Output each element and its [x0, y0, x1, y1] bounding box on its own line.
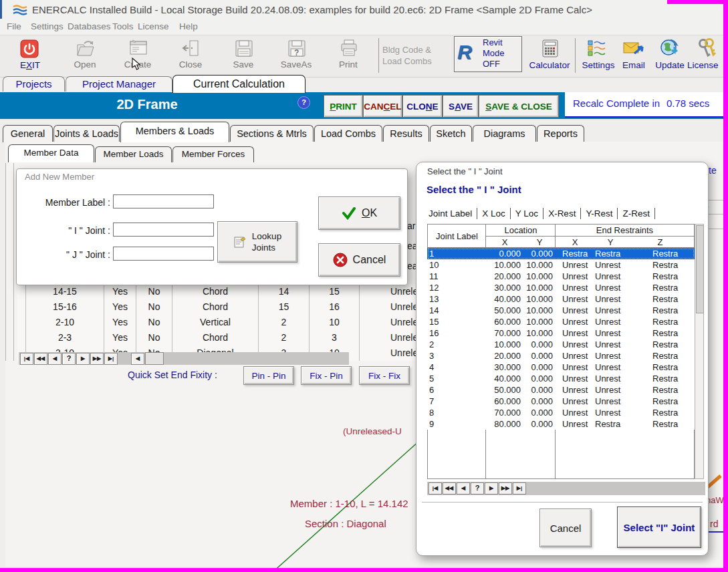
joint-row[interactable]: 6 50.000 0.000 Unrest Unrest Restra	[427, 384, 695, 396]
joint-grid-navigator: |◀ ◀◀ ◀ ? ▶ ▶▶ ▶|	[427, 482, 705, 495]
joint-row[interactable]: 11 20.000 10.000 Unrest Unrest Restra	[427, 271, 695, 282]
joint-row[interactable]: 1 0.000 0.000 Restra Restra Restra	[427, 248, 695, 259]
cancel-calc-button[interactable]: CANCEL	[363, 95, 402, 118]
tab-reports[interactable]: Reports	[537, 125, 584, 142]
tab-load-combs[interactable]: Load Combs	[314, 125, 382, 142]
pin-pin-button[interactable]: Pin - Pin	[243, 366, 294, 385]
col-end-z: Z	[626, 237, 694, 247]
saveas-label: SaveAs	[269, 59, 323, 69]
joint-row[interactable]: 5 40.000 0.000 Unrest Unrest Restra	[427, 373, 695, 384]
panel-border	[5, 163, 6, 361]
sort-tab-y-rest[interactable]: Y-Rest	[586, 208, 612, 219]
fix-pin-button[interactable]: Fix - Pin	[301, 366, 352, 385]
sort-tab-x-loc[interactable]: X Loc	[482, 208, 505, 219]
joint-table[interactable]: 1 0.000 0.000 Restra Restra Restra 10 10…	[427, 248, 695, 430]
clipped-text-fragment: te	[709, 165, 717, 176]
joint-row[interactable]: 3 20.000 0.000 Unrest Unrest Restra	[427, 350, 695, 362]
nav-fast-prev-button[interactable]: ◀◀	[34, 353, 47, 365]
print-calc-button[interactable]: PRINT	[324, 95, 363, 118]
sort-tab-z-rest[interactable]: Z-Rest	[622, 208, 650, 219]
nav-fast-next-button[interactable]: ▶▶	[499, 482, 512, 494]
nav-prev-button[interactable]: ◀	[457, 482, 470, 494]
nav-next-button[interactable]: ▶	[485, 482, 498, 494]
panel-border	[13, 163, 14, 361]
joint-row[interactable]: 4 30.000 0.000 Unrest Unrest Restra	[427, 362, 695, 373]
lookup-joints-button[interactable]: LookupJoints	[217, 221, 297, 263]
joint-row[interactable]: 7 60.000 0.000 Unrest Unrest Restra	[427, 396, 695, 407]
hscroll-thumb[interactable]	[145, 352, 164, 365]
screen-border-top-right	[667, 0, 728, 4]
menu-help[interactable]: Help	[179, 21, 198, 31]
nav-fast-prev-button[interactable]: ◀◀	[443, 482, 456, 494]
save-label: Save	[217, 59, 270, 69]
clone-button[interactable]: CLONE	[402, 95, 443, 118]
i-joint-input[interactable]	[113, 223, 214, 237]
calc-title: 2D Frame	[94, 97, 201, 112]
tab-sections-mtrls[interactable]: Sections & Mtrls	[230, 125, 314, 142]
menu-databases[interactable]: Databases	[68, 21, 111, 31]
tab-member-forces[interactable]: Member Forces	[172, 146, 254, 162]
sub-tab-bar: Member Data Member Loads Member Forces	[0, 144, 728, 162]
menu-settings[interactable]: Settings	[31, 21, 64, 31]
tab-joints-loads[interactable]: Joints & Loads	[53, 125, 120, 142]
nav-fast-next-button[interactable]: ▶▶	[90, 353, 104, 365]
menu-file[interactable]: File	[7, 21, 21, 31]
sort-tab-joint-label[interactable]: Joint Label	[429, 208, 472, 219]
divider	[422, 503, 703, 504]
joint-table-vscrollbar[interactable]	[695, 224, 704, 479]
tab-diagrams[interactable]: Diagrams	[473, 125, 536, 142]
tab-projects[interactable]: Projects	[3, 76, 65, 92]
member-label-input[interactable]	[113, 194, 214, 208]
nav-help-button[interactable]: ?	[62, 353, 76, 365]
sort-tab-y-loc[interactable]: Y Loc	[515, 208, 538, 219]
tab-project-manager[interactable]: Project Manager	[66, 76, 172, 92]
joint-row[interactable]: 8 70.000 0.000 Unrest Unrest Restra	[427, 407, 695, 418]
ok-button[interactable]: OK	[318, 196, 400, 230]
j-joint-input[interactable]	[113, 247, 214, 261]
clipped-text-fragment: ea	[407, 261, 416, 271]
nav-first-button[interactable]: |◀	[429, 482, 442, 494]
tab-general[interactable]: General	[3, 125, 53, 142]
nav-prev-button[interactable]: ◀	[48, 353, 62, 365]
tab-member-loads[interactable]: Member Loads	[95, 146, 172, 162]
nav-last-button[interactable]: ▶|	[104, 353, 118, 365]
tab-members-loads[interactable]: Members & Loads	[120, 122, 229, 142]
col-location: Location	[486, 225, 556, 237]
main-tab-bar: General Joints & Loads Members & Loads S…	[0, 122, 728, 142]
nav-help-button[interactable]: ?	[471, 482, 484, 494]
hscroll-left-button[interactable]: ◀	[131, 353, 144, 365]
save-calc-button[interactable]: SAVE	[443, 95, 479, 118]
toolbar-separator	[575, 38, 576, 73]
vscroll-thumb[interactable]	[696, 225, 704, 313]
menu-tools[interactable]: Tools	[112, 21, 134, 31]
joint-row[interactable]: 9 80.000 0.000 Unrest Restra Restra	[427, 418, 695, 430]
tab-sketch[interactable]: Sketch	[430, 125, 472, 142]
exit-label: EXIT	[13, 60, 47, 70]
select-i-joint-button[interactable]: Select "I" Joint	[617, 507, 701, 548]
help-icon[interactable]: ?	[297, 96, 310, 109]
toolbar-separator	[378, 38, 379, 73]
joint-row[interactable]: 16 70.000 10.000 Unrest Unrest Restra	[427, 327, 695, 339]
sort-tab-x-rest[interactable]: X-Rest	[548, 208, 576, 219]
tab-results[interactable]: Results	[383, 125, 429, 142]
nav-first-button[interactable]: |◀	[20, 353, 33, 365]
save-close-button[interactable]: SAVE & CLOSE	[479, 95, 559, 118]
joint-row[interactable]: 14 50.000 10.000 Unrest Unrest Restra	[427, 305, 695, 316]
window-title: ENERCALC Installed Build - Local Storage…	[32, 4, 592, 15]
joint-row[interactable]: 10 10.000 10.000 Unrest Unrest Restra	[427, 259, 695, 271]
joint-row[interactable]: 13 40.000 10.000 Unrest Unrest Restra	[427, 293, 695, 305]
menu-license[interactable]: License	[138, 21, 169, 31]
joint-row[interactable]: 15 60.000 10.000 Unrest Unrest Restra	[427, 316, 695, 327]
add-cancel-button[interactable]: Cancel	[318, 243, 400, 277]
nav-last-button[interactable]: ▶|	[513, 482, 526, 494]
screen-border-bottom	[0, 568, 728, 572]
joint-row[interactable]: 12 30.000 10.000 Unrest Unrest Restra	[427, 282, 695, 293]
fix-fix-button[interactable]: Fix - Fix	[359, 366, 410, 385]
close-label: Close	[164, 59, 217, 69]
select-cancel-button[interactable]: Cancel	[539, 509, 592, 547]
revit-mode-button[interactable]: R RevitModeOFF	[454, 36, 522, 72]
joint-row[interactable]: 2 10.000 0.000 Unrest Unrest Restra	[427, 339, 695, 350]
nav-next-button[interactable]: ▶	[76, 353, 90, 365]
tab-member-data[interactable]: Member Data	[8, 144, 94, 162]
tab-current-calculation[interactable]: Current Calculation	[172, 75, 306, 93]
